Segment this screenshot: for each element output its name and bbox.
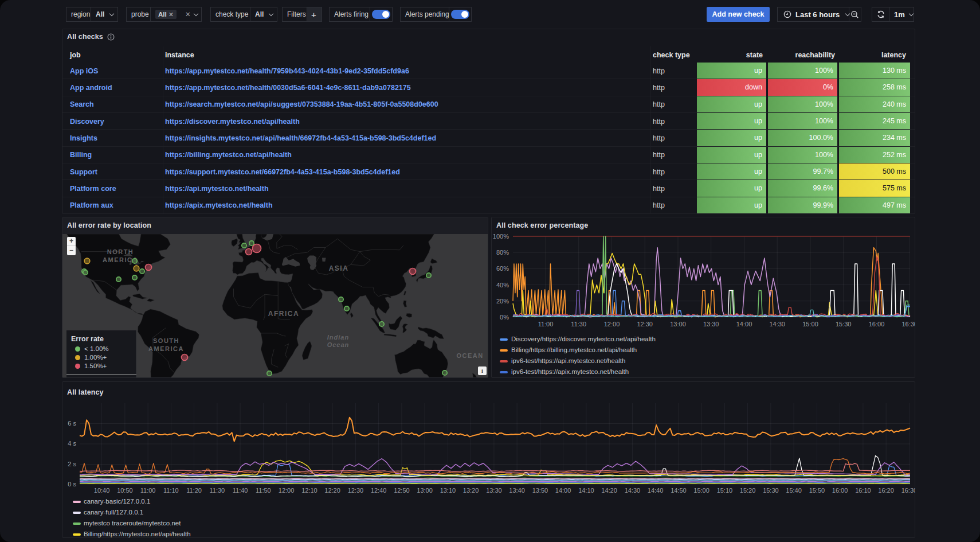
svg-text:Ocean: Ocean [327, 341, 350, 348]
svg-text:12:00: 12:00 [604, 321, 620, 327]
svg-text:11:00: 11:00 [140, 487, 156, 494]
svg-text:NORTH: NORTH [107, 248, 134, 255]
svg-text:13:00: 13:00 [670, 321, 686, 327]
svg-text:11:50: 11:50 [256, 487, 271, 494]
svg-text:ASIA: ASIA [329, 264, 349, 272]
svg-text:AFRICA: AFRICA [268, 310, 299, 318]
svg-text:16:10: 16:10 [855, 487, 871, 494]
svg-text:14:00: 14:00 [555, 487, 571, 494]
svg-text:16:00: 16:00 [832, 487, 848, 494]
svg-text:12:30: 12:30 [637, 321, 653, 327]
svg-text:4 s: 4 s [68, 440, 76, 447]
svg-text:11:30: 11:30 [571, 321, 586, 327]
svg-text:11:30: 11:30 [210, 487, 225, 494]
svg-text:100%: 100% [493, 233, 509, 240]
svg-text:15:30: 15:30 [763, 487, 779, 494]
svg-text:14:00: 14:00 [736, 321, 752, 327]
svg-text:14:30: 14:30 [625, 487, 641, 494]
svg-text:80%: 80% [496, 249, 509, 256]
svg-text:14:50: 14:50 [671, 487, 687, 494]
svg-text:40%: 40% [496, 282, 509, 288]
svg-text:12:10: 12:10 [301, 487, 317, 494]
svg-text:13:50: 13:50 [532, 487, 548, 494]
svg-text:0%: 0% [500, 314, 509, 321]
svg-text:12:40: 12:40 [371, 487, 387, 494]
svg-text:12:50: 12:50 [394, 487, 410, 494]
svg-text:15:50: 15:50 [809, 487, 825, 494]
svg-text:15:00: 15:00 [693, 487, 709, 494]
svg-text:Indian: Indian [327, 334, 349, 341]
svg-text:10:50: 10:50 [117, 487, 133, 494]
svg-text:13:40: 13:40 [509, 487, 525, 494]
svg-text:14:30: 14:30 [769, 321, 785, 327]
svg-text:SOUTH: SOUTH [153, 337, 179, 344]
svg-text:OCEAN: OCEAN [456, 352, 483, 359]
svg-text:12:00: 12:00 [279, 487, 295, 494]
svg-text:16:30: 16:30 [901, 487, 915, 494]
svg-text:6 s: 6 s [68, 420, 76, 427]
svg-text:0 s: 0 s [68, 481, 76, 488]
svg-text:16:00: 16:00 [869, 321, 885, 327]
svg-text:12:20: 12:20 [324, 487, 340, 494]
svg-text:60%: 60% [496, 265, 509, 272]
svg-text:11:10: 11:10 [163, 487, 179, 494]
svg-text:14:20: 14:20 [601, 487, 617, 494]
svg-text:12:30: 12:30 [348, 487, 364, 494]
svg-text:13:10: 13:10 [440, 487, 456, 494]
svg-text:20%: 20% [496, 298, 509, 305]
svg-text:10:40: 10:40 [94, 487, 110, 494]
svg-text:15:40: 15:40 [786, 487, 802, 494]
svg-text:15:00: 15:00 [802, 321, 818, 327]
svg-text:13:20: 13:20 [463, 487, 479, 494]
svg-text:2 s: 2 s [68, 461, 76, 467]
svg-text:13:30: 13:30 [486, 487, 502, 494]
svg-text:14:10: 14:10 [578, 487, 594, 494]
svg-text:11:40: 11:40 [233, 487, 248, 494]
svg-text:13:30: 13:30 [703, 321, 719, 327]
svg-text:15:20: 15:20 [740, 487, 756, 494]
svg-text:16:30: 16:30 [901, 321, 915, 327]
svg-text:11:20: 11:20 [186, 487, 202, 494]
svg-text:AMERICA: AMERICA [148, 345, 184, 352]
svg-text:15:30: 15:30 [836, 321, 852, 327]
svg-text:16:20: 16:20 [878, 487, 894, 494]
svg-text:15:10: 15:10 [717, 487, 733, 494]
svg-text:11:00: 11:00 [538, 321, 554, 327]
svg-text:13:00: 13:00 [417, 487, 433, 494]
svg-text:14:40: 14:40 [648, 487, 664, 494]
